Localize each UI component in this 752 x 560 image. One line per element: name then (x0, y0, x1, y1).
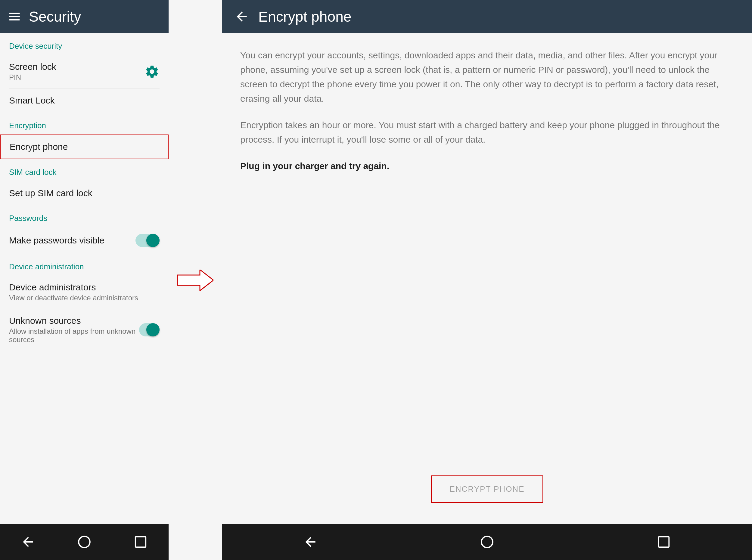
screen-lock-subtitle: PIN (9, 73, 56, 82)
right-header-title: Encrypt phone (258, 8, 352, 25)
unknown-sources-subtitle: Allow installation of apps from unknown … (9, 327, 139, 344)
list-item-unknown-sources[interactable]: Unknown sources Allow installation of ap… (0, 309, 169, 351)
left-home-icon (77, 535, 92, 549)
gear-icon (144, 64, 160, 79)
right-content: You can encrypt your accounts, settings,… (222, 33, 752, 524)
right-panel: Encrypt phone You can encrypt your accou… (222, 0, 752, 560)
smart-lock-title: Smart Lock (9, 95, 55, 106)
right-back-nav-icon (303, 535, 318, 549)
right-bottom-nav (222, 524, 752, 560)
right-home-button[interactable] (478, 533, 496, 551)
svg-marker-2 (177, 269, 214, 291)
list-item-smart-lock[interactable]: Smart Lock (0, 88, 169, 113)
right-recent-button[interactable] (655, 533, 673, 551)
left-panel: Security Device security Screen lock PIN… (0, 0, 169, 560)
section-sim-card-lock: SIM card lock (0, 159, 169, 181)
toggle-knob (146, 234, 160, 247)
left-back-icon (20, 535, 36, 549)
toggle-knob-2 (146, 323, 160, 336)
encrypt-phone-title: Encrypt phone (9, 142, 68, 152)
right-back-icon (234, 9, 249, 24)
device-admins-subtitle: View or deactivate device administrators (9, 294, 138, 302)
svg-rect-1 (135, 537, 146, 547)
unknown-sources-title: Unknown sources (9, 316, 139, 326)
plug-in-warning: Plug in your charger and try again. (240, 159, 734, 173)
svg-rect-4 (658, 537, 669, 547)
section-device-admin: Device administration (0, 254, 169, 276)
encrypt-description-2: Encryption takes an hour or more. You mu… (240, 118, 734, 147)
right-back-button[interactable] (234, 9, 249, 24)
right-back-nav-button[interactable] (301, 533, 319, 551)
hamburger-icon[interactable] (9, 13, 20, 20)
section-passwords: Passwords (0, 205, 169, 227)
list-item-passwords-visible[interactable]: Make passwords visible (0, 227, 169, 254)
encrypt-description-1: You can encrypt your accounts, settings,… (240, 48, 734, 106)
left-recent-button[interactable] (132, 533, 150, 551)
setup-sim-title: Set up SIM card lock (9, 188, 93, 198)
left-recent-icon (134, 535, 147, 549)
left-home-button[interactable] (75, 533, 93, 551)
svg-point-3 (481, 536, 493, 548)
encrypt-btn-container: ENCRYPT PHONE (240, 476, 734, 503)
section-device-security: Device security (0, 33, 169, 55)
list-item-setup-sim[interactable]: Set up SIM card lock (0, 181, 169, 205)
screen-lock-title: Screen lock (9, 62, 56, 72)
passwords-visible-title: Make passwords visible (9, 235, 104, 245)
passwords-visible-toggle[interactable] (136, 234, 160, 247)
right-header: Encrypt phone (222, 0, 752, 33)
left-bottom-nav (0, 524, 169, 560)
encrypt-info: You can encrypt your accounts, settings,… (240, 48, 734, 185)
middle-arrow-area (169, 0, 222, 560)
unknown-sources-toggle[interactable] (139, 323, 160, 336)
list-item-encrypt-phone[interactable]: Encrypt phone (0, 135, 169, 159)
right-home-icon (479, 535, 495, 549)
right-recent-icon (657, 535, 671, 549)
left-header: Security (0, 0, 169, 33)
list-item-screen-lock[interactable]: Screen lock PIN (0, 55, 169, 88)
left-back-button[interactable] (19, 533, 37, 551)
left-content: Device security Screen lock PIN Smart Lo… (0, 33, 169, 524)
section-encryption: Encryption (0, 113, 169, 135)
encrypt-phone-button[interactable]: ENCRYPT PHONE (431, 476, 543, 503)
list-item-device-admins[interactable]: Device administrators View or deactivate… (0, 276, 169, 309)
svg-point-0 (79, 536, 90, 548)
device-admins-title: Device administrators (9, 282, 138, 293)
navigation-arrow-icon (177, 269, 214, 291)
left-header-title: Security (29, 8, 81, 25)
